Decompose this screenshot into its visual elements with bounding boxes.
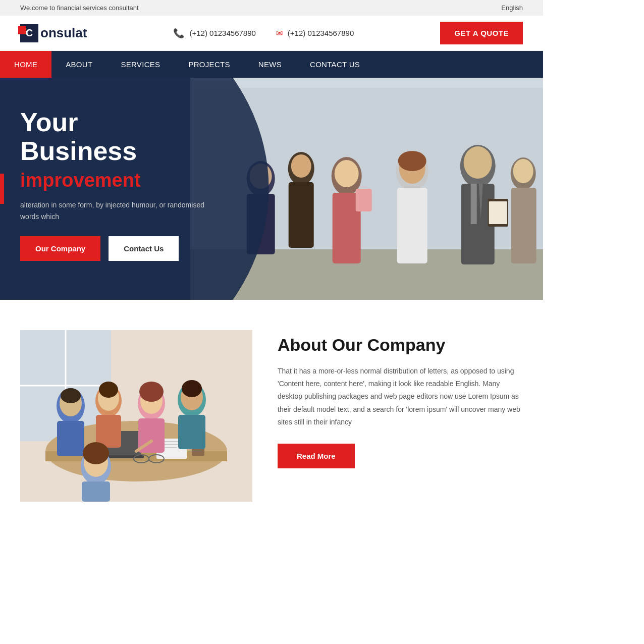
phone-icon-1: 📞	[173, 28, 184, 39]
svg-point-48	[99, 382, 118, 398]
read-more-button[interactable]: Read More	[278, 444, 355, 468]
top-bar: We.come to financial services consultant…	[0, 0, 543, 16]
nav-item-news[interactable]: NEWS	[244, 51, 296, 78]
logo-text: onsulat	[40, 25, 87, 41]
language-selector[interactable]: English	[501, 4, 523, 12]
svg-point-56	[182, 380, 202, 397]
about-image	[20, 330, 252, 502]
svg-rect-21	[470, 184, 476, 224]
nav-item-services[interactable]: SERVICES	[106, 51, 174, 78]
svg-point-12	[334, 160, 358, 187]
header-contacts: 📞 (+12) 01234567890 ✉ (+12) 01234567890	[173, 28, 354, 39]
email-icon: ✉	[276, 28, 283, 38]
svg-point-20	[463, 146, 492, 179]
hero-title: Your Business	[20, 108, 212, 166]
contact-us-button[interactable]: Contact Us	[109, 236, 179, 261]
logo-letter: C	[26, 27, 33, 39]
header: C onsulat 📞 (+12) 01234567890 ✉ (+12) 01…	[0, 16, 543, 51]
svg-rect-3	[190, 78, 543, 88]
nav-item-about[interactable]: ABOUT	[51, 51, 106, 78]
about-title: About Our Company	[278, 335, 523, 355]
svg-rect-26	[511, 188, 536, 263]
nav-item-contact[interactable]: CONTACT US	[296, 51, 374, 78]
svg-rect-23	[489, 201, 507, 224]
svg-rect-42	[57, 421, 84, 456]
svg-point-27	[513, 159, 533, 183]
get-quote-button[interactable]: GET A QUOTE	[440, 22, 523, 44]
svg-point-52	[139, 382, 164, 402]
email-contact: ✉ (+12) 01234567890	[276, 28, 354, 38]
hero-buttons: Our Company Contact Us	[20, 236, 212, 261]
svg-rect-54	[178, 415, 205, 449]
svg-rect-13	[355, 189, 371, 211]
welcome-text: We.come to financial services consultant	[20, 4, 139, 12]
svg-point-9	[291, 154, 311, 178]
phone-contact-1: 📞 (+12) 01234567890	[173, 28, 255, 39]
logo-icon: C	[20, 24, 38, 42]
nav-item-projects[interactable]: PROJECTS	[174, 51, 244, 78]
our-company-button[interactable]: Our Company	[20, 236, 100, 261]
hero-content: Your Business improvement alteration in …	[20, 108, 212, 261]
about-content: About Our Company That it has a more-or-…	[278, 330, 523, 468]
phone-number-1: (+12) 01234567890	[189, 29, 255, 37]
svg-rect-8	[288, 182, 313, 248]
hero-section: Your Business improvement alteration in …	[0, 78, 543, 300]
svg-point-44	[61, 388, 81, 403]
svg-point-60	[83, 442, 109, 464]
hero-description: alteration in some form, by injected hum…	[20, 199, 212, 222]
about-text: That it has a more-or-less normal distri…	[278, 365, 523, 428]
email-number: (+12) 01234567890	[288, 29, 354, 37]
svg-rect-15	[397, 188, 427, 263]
logo[interactable]: C onsulat	[20, 24, 87, 42]
about-section: About Our Company That it has a more-or-…	[0, 300, 543, 532]
hero-subtitle: improvement	[20, 170, 212, 191]
svg-point-17	[398, 151, 426, 171]
slide-indicator	[0, 174, 4, 204]
svg-rect-58	[82, 481, 110, 502]
main-nav: HOME ABOUT SERVICES PROJECTS NEWS CONTAC…	[0, 51, 543, 78]
nav-item-home[interactable]: HOME	[0, 51, 51, 78]
